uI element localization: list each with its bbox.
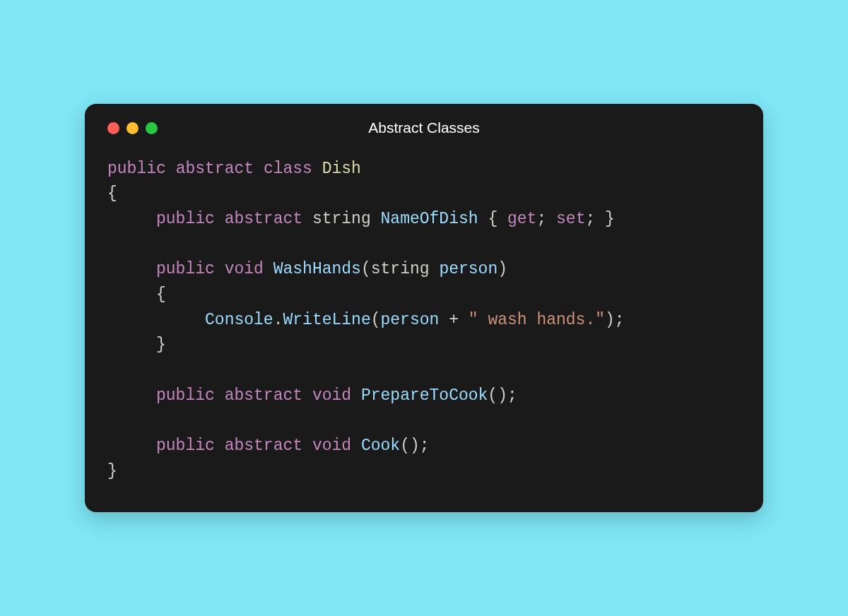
paren-close: ): [605, 311, 615, 329]
titlebar: Abstract Classes: [107, 122, 741, 134]
traffic-lights: [107, 122, 158, 134]
brace-close: }: [156, 336, 166, 354]
variable-person: person: [381, 311, 440, 329]
indent: [107, 311, 205, 329]
class-name: Dish: [322, 160, 361, 178]
keyword-set: set: [556, 210, 585, 228]
keyword-abstract: abstract: [225, 210, 302, 228]
console-class: Console: [205, 311, 273, 329]
indent: [107, 285, 156, 304]
brace-open: {: [107, 184, 117, 203]
paren-open: (: [361, 260, 371, 278]
code-block: public abstract class Dish { public abst…: [107, 157, 741, 484]
indent: [107, 210, 156, 228]
close-icon[interactable]: [107, 122, 119, 134]
keyword-public: public: [156, 386, 215, 405]
indent: [107, 386, 156, 405]
semicolon: ;: [585, 210, 595, 228]
minimize-icon[interactable]: [126, 122, 139, 134]
window-title: Abstract Classes: [368, 119, 480, 136]
maximize-icon[interactable]: [146, 122, 158, 134]
plus-operator: +: [449, 311, 459, 329]
method-name: WashHands: [273, 260, 361, 278]
semicolon: ;: [536, 210, 546, 228]
brace-open: {: [488, 210, 497, 228]
keyword-void: void: [312, 386, 351, 405]
parens: ();: [488, 386, 517, 405]
brace-close: }: [107, 462, 117, 480]
keyword-public: public: [156, 210, 215, 228]
keyword-public: public: [156, 437, 215, 455]
code-window: Abstract Classes public abstract class D…: [85, 104, 763, 512]
keyword-get: get: [507, 210, 536, 228]
indent: [107, 336, 156, 354]
keyword-abstract: abstract: [225, 437, 302, 455]
paren-close: ): [497, 260, 507, 278]
type-string: string: [312, 210, 371, 228]
keyword-public: public: [156, 260, 215, 278]
semicolon: ;: [615, 311, 625, 329]
indent: [107, 260, 156, 278]
keyword-class: class: [264, 160, 312, 178]
brace-close: }: [605, 210, 615, 228]
brace-open: {: [156, 285, 166, 304]
keyword-public: public: [107, 160, 166, 178]
dot: .: [273, 311, 283, 329]
method-name: Cook: [361, 437, 400, 455]
param-type: string: [371, 260, 430, 278]
method-name: PrepareToCook: [361, 386, 488, 405]
indent: [107, 437, 156, 455]
keyword-void: void: [225, 260, 264, 278]
parens: ();: [400, 437, 429, 455]
method-writeline: WriteLine: [283, 311, 370, 329]
paren-open: (: [371, 311, 381, 329]
property-name: NameOfDish: [381, 210, 478, 228]
keyword-abstract: abstract: [225, 386, 302, 405]
string-literal: " wash hands.": [469, 311, 605, 329]
keyword-abstract: abstract: [176, 160, 254, 178]
param-name: person: [439, 260, 497, 278]
keyword-void: void: [312, 437, 351, 455]
